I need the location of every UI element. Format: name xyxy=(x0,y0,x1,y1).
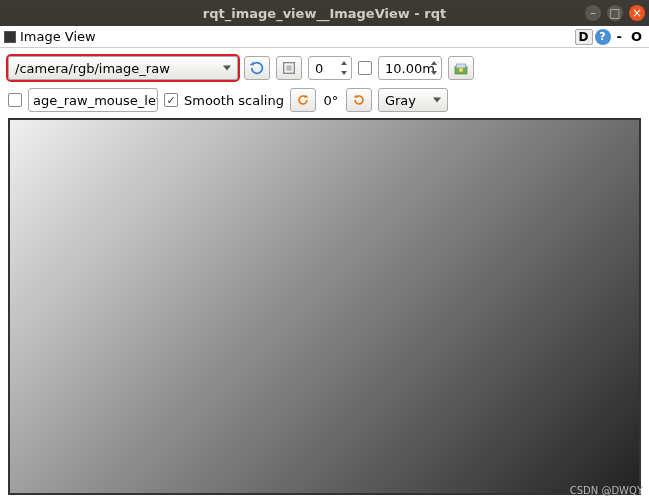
spin-arrows[interactable] xyxy=(338,58,350,78)
toolbar: /camera/rgb/image_raw 0 10.00m age_raw_m… xyxy=(0,48,649,118)
colormap-value: Gray xyxy=(385,93,416,108)
spin-arrows[interactable] xyxy=(428,58,440,78)
watermark: CSDN @DWQY xyxy=(570,485,643,496)
undock-button[interactable]: - xyxy=(613,29,626,44)
save-image-button[interactable] xyxy=(448,56,474,80)
smooth-scaling-label: Smooth scaling xyxy=(184,93,284,108)
max-range-spin[interactable]: 10.00m xyxy=(378,56,442,80)
zoom-spin[interactable]: 0 xyxy=(308,56,352,80)
dynamic-range-checkbox[interactable] xyxy=(358,61,372,75)
zoom-fit-icon xyxy=(281,60,297,76)
dock-button[interactable]: D xyxy=(575,29,593,45)
smooth-scaling-checkbox[interactable] xyxy=(164,93,178,107)
zoom-fit-button[interactable] xyxy=(276,56,302,80)
rotate-left-button[interactable] xyxy=(290,88,316,112)
plugin-icon xyxy=(4,31,16,43)
mouse-topic-input[interactable]: age_raw_mouse_left xyxy=(28,88,158,112)
save-image-icon xyxy=(453,60,469,76)
rotate-right-button[interactable] xyxy=(346,88,372,112)
rotation-label: 0° xyxy=(322,93,340,108)
plugin-title: Image View xyxy=(20,29,575,44)
svg-rect-1 xyxy=(286,65,291,70)
topic-value: /camera/rgb/image_raw xyxy=(15,61,170,76)
window-minimize-button[interactable]: – xyxy=(585,5,601,21)
svg-rect-3 xyxy=(456,64,465,68)
window-close-button[interactable]: × xyxy=(629,5,645,21)
help-button[interactable]: ? xyxy=(595,29,611,45)
window-maximize-button[interactable]: □ xyxy=(607,5,623,21)
image-display xyxy=(8,118,641,495)
plugin-header: Image View D ? - O xyxy=(0,26,649,48)
topic-combo[interactable]: /camera/rgb/image_raw xyxy=(8,56,238,80)
window-titlebar: rqt_image_view__ImageView - rqt – □ × xyxy=(0,0,649,26)
rotate-right-icon xyxy=(351,92,367,108)
svg-point-4 xyxy=(459,68,463,72)
rotate-left-icon xyxy=(295,92,311,108)
refresh-button[interactable] xyxy=(244,56,270,80)
refresh-icon xyxy=(249,60,265,76)
window-title: rqt_image_view__ImageView - rqt xyxy=(0,6,649,21)
publish-mouse-checkbox[interactable] xyxy=(8,93,22,107)
mouse-topic-text: age_raw_mouse_left xyxy=(33,93,158,108)
zoom-value: 0 xyxy=(315,61,323,76)
colormap-combo[interactable]: Gray xyxy=(378,88,448,112)
settings-button[interactable]: O xyxy=(628,29,645,44)
